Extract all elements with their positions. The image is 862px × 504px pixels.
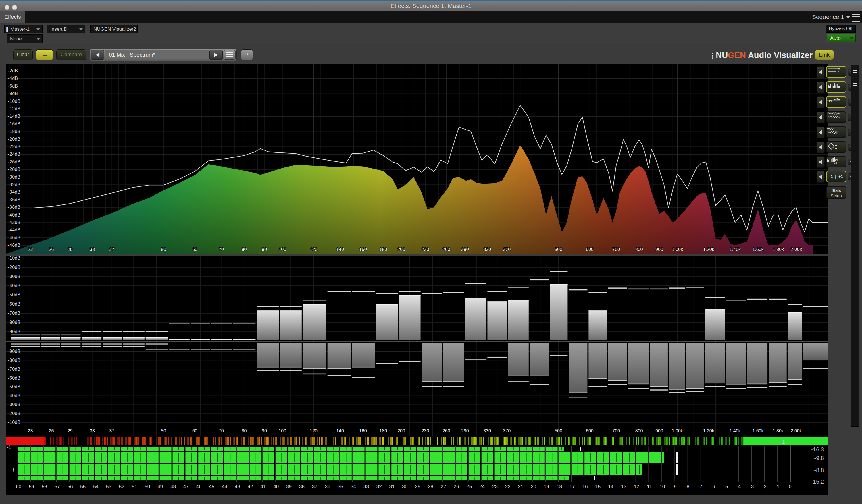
preset-list-icon[interactable] [224, 50, 236, 60]
auto-mode-selector[interactable]: Auto [827, 34, 856, 42]
automation-selector[interactable]: None [7, 35, 42, 43]
bar-r-peak [650, 389, 668, 390]
bar-r-peak [280, 370, 301, 371]
meter-scale-tick: -31 [388, 484, 395, 489]
correlation-bands-view[interactable]: +1-1 [826, 156, 846, 168]
bar-r [280, 343, 301, 367]
spectrum-view-collapse-arrow[interactable] [817, 66, 825, 78]
auto-mode-label: Auto [830, 35, 841, 41]
compare-button[interactable]: Compare [56, 49, 86, 60]
meter-readout: -9.8 [793, 455, 824, 462]
bar-spectrum-panel[interactable]: -10dB-20dB-30dB-40dB-50dB-60dB-70dB-80dB… [6, 255, 827, 436]
spectrum-freq-tick: 60 [192, 247, 197, 252]
waveform-history-view-collapse-arrow[interactable] [817, 112, 825, 123]
spectrum-db-tick: -4dB [8, 76, 18, 81]
correlation-strip-red [6, 437, 44, 445]
meter-scale-tick: -30 [401, 484, 408, 489]
spectrum-db-tick: -46dB [8, 235, 21, 240]
meter-scale-tick: -22 [504, 484, 511, 489]
mid-db-tick: -20dB [8, 265, 21, 270]
bar-spectrum-view[interactable] [826, 81, 846, 93]
waveform-history-view[interactable] [826, 111, 846, 123]
bar-r [803, 343, 827, 360]
bypass-button[interactable]: Bypass Off [825, 25, 856, 33]
plugin-name-button[interactable]: NUGEN Visualizer2 [90, 25, 138, 33]
track-selector[interactable]: Master-1 [4, 25, 42, 33]
spectrum-view[interactable] [826, 66, 846, 78]
mid-freq-tick: 180 [379, 428, 387, 433]
preset-next-button[interactable]: ▶ [209, 50, 223, 60]
correlation-bands-view-collapse-arrow[interactable] [817, 156, 825, 168]
spectrum-db-tick: -42dB [8, 220, 21, 225]
bar-l-peak [530, 279, 549, 281]
meter-label-right: R [10, 467, 14, 473]
mid-db-tick: -60dB [8, 302, 21, 306]
meter-scale-tick: -14 [606, 484, 614, 489]
nudge-arrows-button[interactable]: ↔ [36, 49, 53, 60]
bar-r-peak [169, 349, 190, 350]
mid-db-tick: -90dB [8, 329, 21, 334]
spectrum-freq-tick: 120 [310, 247, 317, 252]
spectrum-db-tick: -18dB [8, 129, 21, 134]
mid-db-tick: -10dB [8, 420, 21, 425]
bar-l-peak [726, 300, 746, 301]
help-button[interactable]: ? [241, 49, 253, 60]
stereo-history-view[interactable]: ST [826, 127, 846, 138]
bar-r [257, 343, 279, 367]
bar-l-peak [400, 291, 421, 292]
mid-db-tick: -70dB [8, 311, 21, 316]
bar-l-peak [550, 271, 567, 272]
bar-l-peak [650, 289, 668, 290]
vectorscope-view[interactable]: +− [826, 141, 846, 153]
bar-r-peak [487, 357, 507, 358]
mirror-spectrum-view-collapse-arrow[interactable] [817, 96, 825, 108]
meter-scale-tick: -16 [581, 484, 588, 489]
bar-spectrum-view-collapse-arrow[interactable] [817, 82, 825, 93]
meter-scale-tick: -43 [233, 484, 240, 489]
meter-scale-tick: -12 [632, 484, 639, 489]
meter-scale-tick: -2 [762, 484, 767, 489]
bar-l-peak [628, 289, 649, 290]
mid-freq-tick: 290 [461, 428, 469, 433]
mid-freq-tick: 200 [397, 428, 405, 433]
peak-marker [594, 476, 595, 480]
preset-name-field[interactable]: 01 Mix - Spectrum* [105, 50, 209, 59]
link-button[interactable]: Link [815, 50, 834, 60]
spectrum-analyzer-panel[interactable]: -2dB-4dB-6dB-8dB-10dB-12dB-14dB-16dB-18d… [6, 64, 827, 254]
clear-button[interactable]: Clear [13, 49, 33, 60]
sequence-selector[interactable]: Sequence 1 [812, 11, 844, 23]
tab-strip: Effects Sequence 1 [0, 11, 862, 23]
bar-r-peak [233, 349, 256, 350]
zoom-scrollbar[interactable] [851, 65, 859, 427]
mid-freq-tick: 260 [443, 428, 450, 433]
bar-r-peak [41, 346, 60, 347]
bar-r-peak [376, 363, 398, 364]
mid-freq-tick: 120 [310, 428, 317, 433]
stats-setup-button[interactable]: StatsSetup [826, 186, 846, 199]
stereo-history-view-collapse-arrow[interactable] [817, 127, 825, 138]
mid-db-tick: -70dB [8, 367, 21, 372]
bar-l-peak [788, 304, 802, 305]
spectrum-db-tick: -34dB [8, 189, 21, 195]
tab-effects[interactable]: Effects [0, 11, 25, 23]
vectorscope-view-collapse-arrow[interactable] [817, 142, 825, 153]
bar-l-peak [82, 331, 102, 332]
meter-row-l [18, 452, 678, 463]
bar-r-peak [211, 349, 232, 350]
insert-selector[interactable]: Insert D [47, 25, 85, 33]
spectrum-db-tick: -8dB [8, 91, 18, 96]
title-bar[interactable]: Effects: Sequence 1: Master-1 [0, 1, 862, 11]
preset-prev-button[interactable]: ◀ [91, 50, 104, 60]
window-minimize-icon[interactable] [12, 5, 17, 10]
correlation-meter-view-collapse-arrow[interactable] [817, 171, 825, 183]
correlation-meter-view[interactable]: -1 | +1 [826, 171, 846, 182]
chevron-down-icon [846, 16, 850, 18]
mirror-spectrum-view[interactable] [826, 96, 846, 108]
meter-scale-tick: -39 [285, 484, 292, 489]
menu-icon[interactable] [852, 14, 860, 22]
mirror-bars-icon [827, 97, 841, 104]
peak-marker [579, 447, 581, 451]
spectrum-lines-icon [827, 67, 840, 74]
window-close-icon[interactable] [4, 5, 10, 10]
spectrum-freq-tick: 1.40k [730, 247, 741, 252]
